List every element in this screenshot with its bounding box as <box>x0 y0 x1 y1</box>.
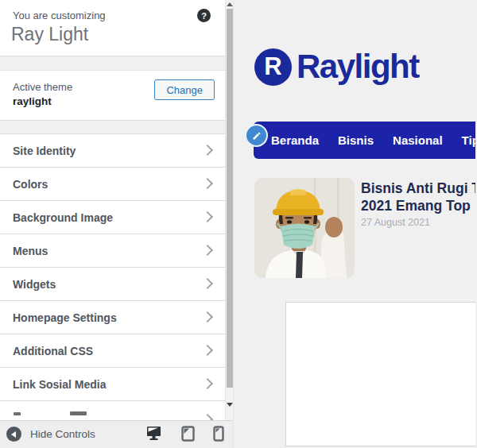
section-row-site-identity[interactable]: Site Identity <box>0 134 225 168</box>
chevron-right-icon <box>202 244 213 255</box>
edit-menu-button[interactable] <box>245 124 268 147</box>
section-row-homepage-settings[interactable]: Homepage Settings <box>0 301 225 334</box>
main-nav-bar: Beranda Bisnis Nasional Tips <box>254 122 477 159</box>
section-label: Widgets <box>13 278 56 291</box>
nav-item-bisnis[interactable]: Bisnis <box>338 133 374 147</box>
active-theme-name: raylight <box>13 95 52 107</box>
hide-controls-label: Hide Controls <box>30 428 95 440</box>
section-label: Menus <box>13 245 48 257</box>
scroll-up-arrow-icon[interactable] <box>227 2 233 6</box>
logo-mark-icon: R <box>254 48 292 86</box>
worker-photo-illustration <box>254 178 355 278</box>
customizing-label: You are customizing <box>13 10 106 21</box>
site-preview: R Raylight Beranda Bisnis Nasional Tips <box>233 0 477 448</box>
mobile-preview-icon[interactable] <box>213 426 224 442</box>
logo-text: Raylight <box>297 48 419 86</box>
logo-initial: R <box>264 52 281 81</box>
section-row-colors[interactable]: Colors <box>0 168 225 201</box>
section-row-link-sosial-media[interactable]: Link Sosial Media <box>0 368 225 401</box>
section-label: Additional CSS <box>13 345 93 357</box>
collapse-sidebar-button[interactable] <box>6 427 21 442</box>
article-date: 27 August 2021 <box>361 217 430 228</box>
desktop-preview-icon[interactable] <box>146 426 161 442</box>
nav-item-nasional[interactable]: Nasional <box>393 133 443 147</box>
tablet-preview-icon[interactable] <box>181 426 195 442</box>
section-label: Colors <box>13 178 48 191</box>
customizer-sections-list: Site Identity Colors Background Image Me… <box>0 133 225 422</box>
change-theme-button[interactable]: Change <box>154 79 215 100</box>
collapse-arrow-icon <box>11 431 16 438</box>
chevron-right-icon <box>202 311 213 322</box>
site-logo[interactable]: R Raylight <box>254 48 419 86</box>
clipped-text-fragment <box>14 412 21 415</box>
chevron-right-icon <box>202 377 213 388</box>
help-icon[interactable]: ? <box>197 9 211 22</box>
scroll-down-arrow-icon[interactable] <box>227 403 233 407</box>
active-theme-panel: Active theme raylight Change <box>0 70 225 121</box>
customizer-sidebar: You are customizing ? Ray Light Active t… <box>0 0 225 448</box>
section-row-additional-css[interactable]: Additional CSS <box>0 334 225 368</box>
customizer-title: Ray Light <box>11 24 88 45</box>
section-row-widgets[interactable]: Widgets <box>0 268 225 301</box>
content-placeholder-box <box>285 302 477 446</box>
help-icon-glyph: ? <box>201 11 207 21</box>
chevron-right-icon <box>202 144 213 155</box>
clipped-text-fragment <box>70 411 87 415</box>
section-row-menus[interactable]: Menus <box>0 234 225 268</box>
customizer-info-panel: You are customizing ? Ray Light <box>0 0 225 56</box>
section-label: Link Sosial Media <box>13 378 106 391</box>
customizer-footer-bar: Hide Controls <box>0 420 233 448</box>
active-theme-label: Active theme <box>13 81 72 93</box>
article-title[interactable]: Bisnis Anti Rugi Tahun 2021 Emang Top <box>361 180 477 214</box>
chevron-right-icon <box>202 277 213 288</box>
nav-item-beranda[interactable]: Beranda <box>271 133 319 147</box>
section-label: Site Identity <box>13 145 76 157</box>
chevron-right-icon <box>202 177 213 188</box>
chevron-right-icon <box>202 210 213 222</box>
section-label: Background Image <box>13 211 113 224</box>
pencil-icon <box>252 131 262 141</box>
section-row-background-image[interactable]: Background Image <box>0 201 225 234</box>
chevron-right-icon <box>202 344 213 355</box>
section-row-clipped[interactable] <box>0 401 225 422</box>
article-thumbnail[interactable] <box>254 178 355 278</box>
section-label: Homepage Settings <box>13 311 117 324</box>
scrollbar-thumb[interactable] <box>227 9 233 388</box>
